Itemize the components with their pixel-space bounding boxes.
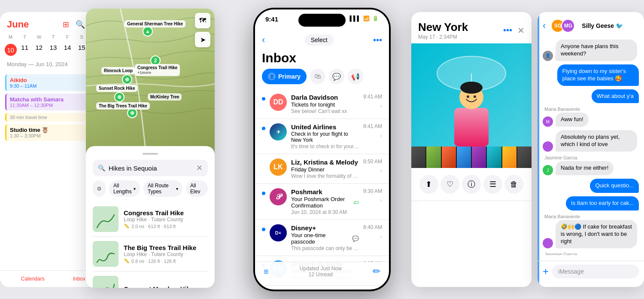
share-icon: ⬆: [419, 175, 438, 194]
cal-day-11[interactable]: 11: [18, 42, 32, 58]
mail-item-2[interactable]: LK Liz, Kristina & Melody Friday Dinner …: [255, 154, 389, 184]
unread-dot: [262, 127, 265, 130]
mail-nav: ‹ Select •••: [255, 31, 389, 49]
filmstrip-item[interactable]: [442, 146, 456, 168]
mail-item-4[interactable]: D+ Disney+ Your one-time passcode 💬 This…: [255, 220, 389, 256]
filmstrip-item[interactable]: [517, 146, 532, 168]
messages-header: ‹ SG MG Silly Geese 🐦: [538, 12, 644, 36]
photos-actions: ⬆ ♡ ⓘ ☰ 🗑: [411, 168, 532, 201]
svg-rect-0: [93, 206, 118, 232]
like-button[interactable]: ♡: [440, 175, 459, 194]
map-pin-bigtrees[interactable]: ⊕: [127, 108, 137, 118]
cal-day-13[interactable]: 13: [46, 42, 60, 58]
msg-row-5: Jasmine Garcia J Nada for me either!: [543, 155, 639, 175]
tab-shopping[interactable]: 🛍: [310, 69, 325, 84]
search-bar[interactable]: 🔍 Hikes in Sequoia ✕: [93, 160, 208, 176]
location-icon[interactable]: ➤: [195, 32, 210, 47]
filter-elev[interactable]: All Elev: [186, 180, 208, 197]
map-pin-sunset[interactable]: ⊕: [114, 92, 125, 102]
tag-icon: 🏷: [353, 199, 359, 206]
filmstrip-item[interactable]: [457, 146, 471, 168]
phone-panel: 9:41 ▌▌▌ 📶 🔋 ‹ Select ••• Inbox 👤: [253, 8, 391, 291]
cal-day-12[interactable]: 12: [32, 42, 46, 58]
trail-result-2[interactable]: Crescent Meadow Hike: [93, 272, 208, 288]
msg-row-2: What about y'a: [543, 89, 639, 104]
filmstrip-item[interactable]: [426, 146, 440, 168]
mail-item-1[interactable]: ✈ United Airlines Check in for your flig…: [255, 119, 389, 154]
filter-all[interactable]: ⊙: [93, 180, 106, 197]
tab-promo[interactable]: 📢: [348, 69, 363, 84]
svg-point-9: [467, 95, 469, 98]
message-input-area: + iMessage: [538, 261, 644, 282]
back-button[interactable]: ‹: [262, 34, 265, 46]
back-button[interactable]: ‹: [543, 20, 546, 31]
select-button[interactable]: Select: [305, 34, 334, 46]
map-view-icon[interactable]: 🗺: [195, 13, 210, 28]
filter-icon[interactable]: ≡: [264, 267, 269, 277]
inbox-button[interactable]: Inbox: [73, 276, 85, 282]
trail-meta-0: 📏 2.0 mi · 613 ft · 613 ft: [124, 223, 208, 229]
chevron-right-icon: ›: [380, 167, 382, 174]
trail-info-2: Crescent Meadow Hike: [124, 285, 208, 288]
trail-sub-0: Loop Hike · Tulare County: [124, 217, 208, 223]
cal-day-14[interactable]: 14: [61, 42, 75, 58]
map-pin-rimrock[interactable]: ⊕: [122, 74, 132, 85]
share-button[interactable]: ⬆: [419, 175, 438, 194]
maps-panel: ▲ General Sherman Tree Hike 2 Congress T…: [86, 9, 215, 288]
trail-result-0[interactable]: Congress Trail Hike Loop Hike · Tulare C…: [93, 202, 208, 237]
msg-bubble-2: What about y'a: [592, 89, 639, 104]
search-icon[interactable]: 🔍: [76, 20, 85, 29]
list-button[interactable]: ☰: [483, 175, 502, 194]
dynamic-island: [298, 14, 346, 27]
accent-bar: [538, 12, 539, 287]
msg-bubble-1: Flying down to my sister's place see the…: [557, 64, 639, 86]
filmstrip-item[interactable]: [487, 146, 501, 168]
msg-row-7: Is 8am too early for cak...: [543, 196, 639, 211]
tab-social[interactable]: 💬: [329, 69, 344, 84]
search-text[interactable]: Hikes in Sequoia: [109, 165, 193, 172]
filmstrip-item[interactable]: [472, 146, 486, 168]
calendars-button[interactable]: Calendars: [21, 276, 45, 282]
close-icon[interactable]: ✕: [517, 25, 525, 36]
mail-inbox-title: Inbox: [255, 49, 389, 69]
msg-avatar-3: M: [543, 116, 553, 127]
tab-primary[interactable]: 👤 Primary: [262, 69, 307, 84]
unread-dot: [262, 97, 265, 101]
message-input[interactable]: iMessage: [552, 265, 639, 278]
delete-button[interactable]: 🗑: [504, 175, 523, 194]
trail-meta-1: 📏 0.8 mi · 126 ft · 126 ft: [124, 258, 208, 264]
map-pin-sherman[interactable]: ▲: [143, 26, 153, 37]
cal-day-10[interactable]: 10: [3, 42, 18, 58]
filmstrip-item[interactable]: [411, 146, 425, 168]
filter-route[interactable]: All Route Types ▾: [143, 180, 182, 197]
drag-handle: [143, 153, 158, 155]
trail-info-1: The Big Trees Trail Hike Loop Hike · Tul…: [124, 244, 208, 264]
calendar-grid-icon[interactable]: ⊞: [61, 20, 70, 29]
filter-length[interactable]: All Lengths ▾: [109, 180, 140, 197]
sender-avatar-0: DD: [270, 94, 287, 111]
mail-bottom-bar: ≡ Updated Just Now 12 Unread ✏: [255, 262, 389, 281]
more-icon[interactable]: •••: [503, 25, 512, 36]
mail-tabs: 👤 Primary 🛍 💬 📢: [255, 69, 389, 89]
mail-content-4: Disney+ Your one-time passcode 💬 This pa…: [291, 224, 359, 251]
mail-item-3[interactable]: 𝒫 Poshmark Your Poshmark Order Confirmat…: [255, 184, 389, 220]
calendar-title: June: [7, 19, 29, 30]
map-label-rimrock: Rimrock Loop: [101, 67, 135, 74]
close-icon[interactable]: ✕: [196, 163, 203, 173]
chevron-right-icon: ›: [380, 233, 382, 240]
msg-row-1: Flying down to my sister's place see the…: [543, 64, 639, 86]
msg-row-6: Quick questio...: [543, 179, 639, 193]
maps-filters: ⊙ All Lengths ▾ All Route Types ▾ All El…: [93, 180, 208, 197]
maps-map[interactable]: ▲ General Sherman Tree Hike 2 Congress T…: [86, 9, 215, 155]
filmstrip-item[interactable]: [502, 146, 516, 168]
chevron-right-icon: ›: [380, 102, 382, 109]
filmstrip: [411, 146, 532, 168]
more-button[interactable]: •••: [373, 35, 382, 45]
compose-button[interactable]: ✏: [373, 266, 380, 277]
info-button[interactable]: ⓘ: [462, 175, 481, 194]
day-fri: F: [61, 34, 75, 40]
maps-controls: 🗺 ➤: [195, 13, 210, 47]
mail-item-0[interactable]: DD Darla Davidson Tickets for tonight Se…: [255, 89, 389, 119]
add-button[interactable]: +: [543, 265, 549, 278]
trail-result-1[interactable]: The Big Trees Trail Hike Loop Hike · Tul…: [93, 237, 208, 272]
